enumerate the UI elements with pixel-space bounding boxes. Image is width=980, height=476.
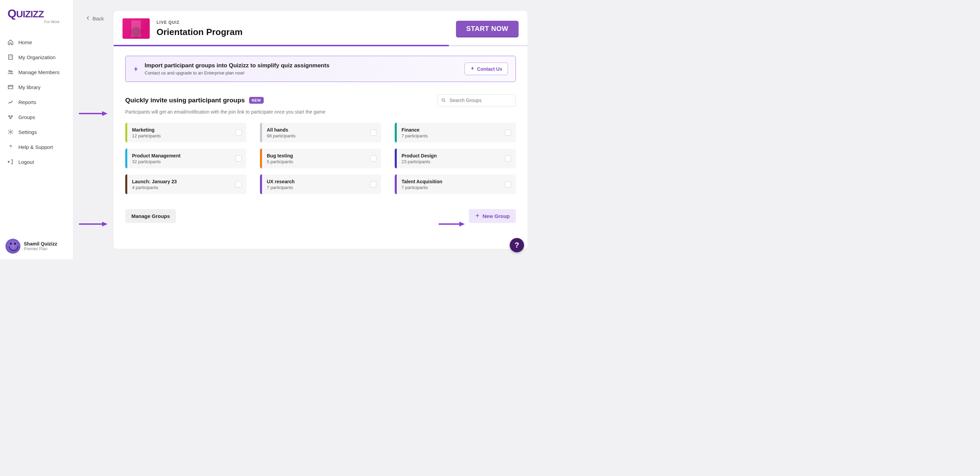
group-card[interactable]: Product Design23 participants [395,149,516,168]
group-count: 7 participants [267,185,295,190]
svg-point-1 [9,70,11,72]
search-wrap [438,94,516,106]
sidebar-item-help[interactable]: Help & Support [0,140,73,154]
logout-icon [8,159,14,165]
svg-point-7 [10,131,11,133]
svg-rect-3 [8,85,13,89]
group-name: Marketing [132,127,161,133]
sidebar-item-org[interactable]: My Organization [0,50,73,65]
upsell-headline: Import participant groups into Quizizz t… [145,62,329,69]
new-group-label: New Group [482,213,510,219]
bolt-icon [133,66,139,72]
group-count: 7 participants [401,185,442,190]
new-badge: NEW [249,97,264,104]
group-count: 32 participants [132,159,180,164]
annotation-arrow [79,111,108,114]
new-group-button[interactable]: New Group [469,209,516,223]
quiz-kicker: LIVE QUIZ [156,20,243,25]
svg-rect-0 [8,55,13,59]
group-card[interactable]: Bug testing5 participants [260,149,381,168]
group-name: Product Management [132,153,180,159]
brand-block: QQuizizzUIZIZZ For Work [0,0,73,27]
sidebar-item-label: Home [18,40,32,45]
progress-bar [114,45,527,46]
sidebar-item-settings[interactable]: Settings [0,124,73,140]
brand-logo: QQuizizzUIZIZZ [8,8,66,19]
group-name: Product Design [401,153,437,159]
sidebar-item-label: Groups [18,114,35,120]
group-checkbox[interactable] [235,181,242,187]
sidebar-item-label: Settings [18,129,37,135]
arrow-left-icon [86,16,91,21]
section-sub: Participants will get an email/notificat… [125,109,516,114]
group-grid: Marketing12 participantsAll hands98 part… [125,123,516,194]
group-count: 23 participants [401,159,437,164]
group-checkbox[interactable] [370,155,376,162]
manage-groups-button[interactable]: Manage Groups [125,209,176,223]
group-checkbox[interactable] [505,130,511,136]
group-checkbox[interactable] [505,181,511,187]
sidebar-item-members[interactable]: Manage Members [0,65,73,79]
page-card: LIVE QUIZ Orientation Program START NOW … [114,11,527,249]
plus-icon [475,213,480,219]
sidebar-item-label: Manage Members [18,69,60,75]
group-checkbox[interactable] [235,155,242,162]
group-name: Launch: January 23 [132,179,177,184]
annotation-arrow [79,221,108,224]
group-name: Talent Acquisition [401,179,442,184]
start-now-button[interactable]: START NOW [456,21,519,37]
section-title: Quickly invite using participant groups [125,97,245,104]
title-block: LIVE QUIZ Orientation Program [156,20,243,37]
footer-row: Manage Groups New Group [125,209,516,223]
group-count: 5 participants [267,159,293,164]
quiz-title: Orientation Program [156,27,243,37]
org-icon [8,54,14,60]
avatar [5,239,21,254]
group-count: 12 participants [132,133,161,138]
group-checkbox[interactable] [235,130,242,136]
group-card[interactable]: Launch: January 234 participants [125,175,247,194]
page-body: Import participant groups into Quizizz t… [114,46,527,230]
svg-point-2 [11,71,12,72]
members-icon [8,69,14,75]
group-card[interactable]: Product Management32 participants [125,149,247,168]
annotation-arrow [439,221,465,224]
contact-us-button[interactable]: Contact Us [465,63,508,75]
sidebar-item-label: Help & Support [18,144,53,150]
page-header: LIVE QUIZ Orientation Program START NOW [114,11,527,45]
back-link[interactable]: Back [86,16,104,21]
group-card[interactable]: Talent Acquisition7 participants [395,175,516,194]
sidebar-item-home[interactable]: Home [0,35,73,50]
main: Back LIVE QUIZ Orientation Program START… [73,0,531,259]
settings-icon [8,129,14,135]
group-count: 4 participants [132,185,177,190]
search-icon [441,98,446,103]
help-fab[interactable]: ? [510,238,524,252]
sidebar-item-logout[interactable]: Logout [0,154,73,169]
group-name: All hands [267,127,296,133]
sidebar-item-groups[interactable]: Groups [0,109,73,124]
upsell-banner: Import participant groups into Quizizz t… [125,56,516,82]
brand-subline: For Work [8,20,60,24]
user-plan: Premier Plan [24,246,57,251]
group-checkbox[interactable] [370,181,376,187]
groups-icon [8,114,14,120]
sidebar-item-library[interactable]: My library [0,79,73,95]
help-icon [8,144,14,150]
contact-us-label: Contact Us [477,66,502,72]
sidebar-user[interactable]: Shamil Quizizz Premier Plan [0,233,73,259]
group-card[interactable]: All hands98 participants [260,123,381,143]
group-checkbox[interactable] [505,155,511,162]
bolt-icon [470,66,475,72]
svg-point-6 [10,117,11,119]
reports-icon [8,99,14,105]
group-card[interactable]: UX research7 participants [260,175,381,194]
group-card[interactable]: Finance7 participants [395,123,516,143]
group-card[interactable]: Marketing12 participants [125,123,247,143]
sidebar-item-label: My library [18,84,40,90]
svg-point-4 [8,116,10,117]
search-input[interactable] [438,94,516,106]
group-checkbox[interactable] [370,130,376,136]
group-name: Bug testing [267,153,293,159]
sidebar-item-reports[interactable]: Reports [0,95,73,109]
